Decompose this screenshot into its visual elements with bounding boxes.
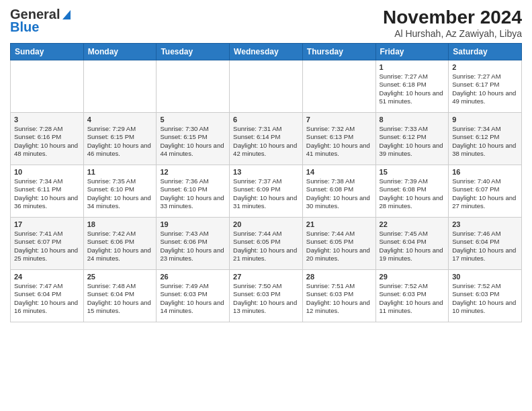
day-info: Sunset: 6:15 PM [160, 133, 226, 141]
day-info: Sunrise: 7:40 AM [452, 177, 518, 185]
calendar-cell: 6Sunrise: 7:31 AMSunset: 6:14 PMDaylight… [230, 113, 303, 165]
calendar-cell: 2Sunrise: 7:27 AMSunset: 6:17 PMDaylight… [449, 60, 522, 113]
day-info: Sunrise: 7:52 AM [452, 282, 518, 290]
day-info: Daylight: 10 hours and 12 minutes. [306, 299, 372, 316]
calendar-cell: 23Sunrise: 7:46 AMSunset: 6:04 PMDayligh… [449, 218, 522, 270]
day-info: Sunrise: 7:37 AM [233, 177, 299, 185]
calendar-cell: 11Sunrise: 7:35 AMSunset: 6:10 PMDayligh… [83, 165, 157, 218]
day-info: Sunrise: 7:43 AM [160, 230, 226, 238]
calendar-cell: 15Sunrise: 7:39 AMSunset: 6:08 PMDayligh… [375, 165, 449, 218]
calendar-cell: 4Sunrise: 7:29 AMSunset: 6:15 PMDaylight… [83, 113, 157, 165]
day-info: Daylight: 10 hours and 31 minutes. [233, 194, 299, 211]
logo: General Blue [10, 7, 71, 35]
day-info: Sunset: 6:13 PM [306, 133, 372, 141]
calendar-cell [302, 60, 375, 113]
day-info: Sunrise: 7:31 AM [233, 125, 299, 133]
day-info: Daylight: 10 hours and 41 minutes. [306, 142, 372, 158]
day-info: Sunset: 6:08 PM [380, 185, 445, 193]
day-info: Daylight: 10 hours and 39 minutes. [380, 142, 445, 158]
calendar-cell: 13Sunrise: 7:37 AMSunset: 6:09 PMDayligh… [230, 165, 303, 218]
day-info: Daylight: 10 hours and 17 minutes. [452, 246, 518, 263]
day-number: 19 [160, 220, 226, 228]
calendar-cell: 17Sunrise: 7:41 AMSunset: 6:07 PMDayligh… [11, 218, 84, 270]
calendar-cell: 16Sunrise: 7:40 AMSunset: 6:07 PMDayligh… [449, 165, 522, 218]
calendar-cell: 10Sunrise: 7:34 AMSunset: 6:11 PMDayligh… [11, 165, 84, 218]
col-header-thursday: Thursday [302, 44, 375, 60]
day-number: 25 [87, 273, 153, 281]
day-number: 27 [233, 273, 299, 281]
day-info: Daylight: 10 hours and 15 minutes. [87, 299, 153, 316]
calendar-cell: 27Sunrise: 7:50 AMSunset: 6:03 PMDayligh… [230, 270, 303, 322]
col-header-saturday: Saturday [449, 44, 522, 60]
day-info: Sunrise: 7:52 AM [380, 282, 445, 290]
day-info: Sunrise: 7:47 AM [14, 282, 80, 290]
day-number: 14 [306, 168, 372, 176]
week-row-2: 3Sunrise: 7:28 AMSunset: 6:16 PMDaylight… [11, 113, 522, 165]
day-number: 4 [87, 116, 153, 124]
day-number: 8 [380, 116, 445, 124]
day-info: Sunset: 6:18 PM [380, 81, 445, 89]
day-info: Sunset: 6:05 PM [233, 238, 299, 246]
day-number: 16 [452, 168, 518, 176]
day-info: Daylight: 10 hours and 30 minutes. [306, 194, 372, 211]
day-number: 15 [380, 168, 445, 176]
day-info: Sunrise: 7:44 AM [306, 230, 372, 238]
col-header-wednesday: Wednesday [230, 44, 303, 60]
day-info: Sunset: 6:08 PM [306, 185, 372, 193]
day-number: 7 [306, 116, 372, 124]
calendar-cell: 22Sunrise: 7:45 AMSunset: 6:04 PMDayligh… [375, 218, 449, 270]
day-info: Daylight: 10 hours and 28 minutes. [380, 194, 445, 211]
day-number: 10 [14, 168, 80, 176]
day-info: Daylight: 10 hours and 23 minutes. [160, 246, 226, 263]
day-info: Daylight: 10 hours and 44 minutes. [160, 142, 226, 158]
calendar-cell: 3Sunrise: 7:28 AMSunset: 6:16 PMDaylight… [11, 113, 84, 165]
title-block: November 2024 Al Hurshah, Az Zawiyah, Li… [383, 7, 522, 39]
day-info: Sunrise: 7:41 AM [14, 230, 80, 238]
day-number: 20 [233, 220, 299, 228]
day-number: 22 [380, 220, 445, 228]
day-info: Daylight: 10 hours and 42 minutes. [233, 142, 299, 158]
day-info: Daylight: 10 hours and 21 minutes. [233, 246, 299, 263]
day-info: Daylight: 10 hours and 13 minutes. [233, 299, 299, 316]
month-title: November 2024 [383, 7, 522, 28]
day-info: Sunset: 6:10 PM [87, 185, 153, 193]
calendar-cell: 29Sunrise: 7:52 AMSunset: 6:03 PMDayligh… [375, 270, 449, 322]
day-number: 1 [380, 63, 445, 71]
calendar-cell: 5Sunrise: 7:30 AMSunset: 6:15 PMDaylight… [157, 113, 230, 165]
day-info: Daylight: 10 hours and 19 minutes. [380, 246, 445, 263]
day-info: Sunrise: 7:33 AM [380, 125, 445, 133]
day-info: Sunset: 6:09 PM [233, 185, 299, 193]
day-number: 28 [306, 273, 372, 281]
day-info: Daylight: 10 hours and 49 minutes. [452, 89, 518, 106]
day-info: Daylight: 10 hours and 36 minutes. [14, 194, 80, 211]
day-info: Daylight: 10 hours and 10 minutes. [452, 299, 518, 316]
day-info: Sunrise: 7:42 AM [87, 230, 153, 238]
day-info: Daylight: 10 hours and 27 minutes. [452, 194, 518, 211]
day-number: 6 [233, 116, 299, 124]
col-header-sunday: Sunday [11, 44, 84, 60]
calendar-cell: 9Sunrise: 7:34 AMSunset: 6:12 PMDaylight… [449, 113, 522, 165]
day-info: Sunrise: 7:35 AM [87, 177, 153, 185]
day-info: Sunset: 6:12 PM [380, 133, 445, 141]
day-number: 13 [233, 168, 299, 176]
day-info: Sunrise: 7:46 AM [452, 230, 518, 238]
day-info: Sunrise: 7:27 AM [380, 73, 445, 81]
week-row-1: 1Sunrise: 7:27 AMSunset: 6:18 PMDaylight… [11, 60, 522, 113]
day-number: 30 [452, 273, 518, 281]
calendar-cell: 20Sunrise: 7:44 AMSunset: 6:05 PMDayligh… [230, 218, 303, 270]
page-container: General Blue November 2024 Al Hurshah, A… [0, 0, 532, 329]
day-number: 24 [14, 273, 80, 281]
day-info: Sunset: 6:04 PM [14, 290, 80, 298]
day-info: Daylight: 10 hours and 24 minutes. [87, 246, 153, 263]
day-info: Sunrise: 7:27 AM [452, 73, 518, 81]
calendar-cell: 25Sunrise: 7:48 AMSunset: 6:04 PMDayligh… [83, 270, 157, 322]
day-info: Sunrise: 7:51 AM [306, 282, 372, 290]
day-info: Daylight: 10 hours and 34 minutes. [87, 194, 153, 211]
day-info: Sunrise: 7:44 AM [233, 230, 299, 238]
day-info: Daylight: 10 hours and 25 minutes. [14, 246, 80, 263]
day-info: Sunset: 6:11 PM [14, 185, 80, 193]
calendar-cell: 21Sunrise: 7:44 AMSunset: 6:05 PMDayligh… [302, 218, 375, 270]
calendar-cell: 19Sunrise: 7:43 AMSunset: 6:06 PMDayligh… [157, 218, 230, 270]
day-info: Sunrise: 7:48 AM [87, 282, 153, 290]
calendar-cell: 26Sunrise: 7:49 AMSunset: 6:03 PMDayligh… [157, 270, 230, 322]
